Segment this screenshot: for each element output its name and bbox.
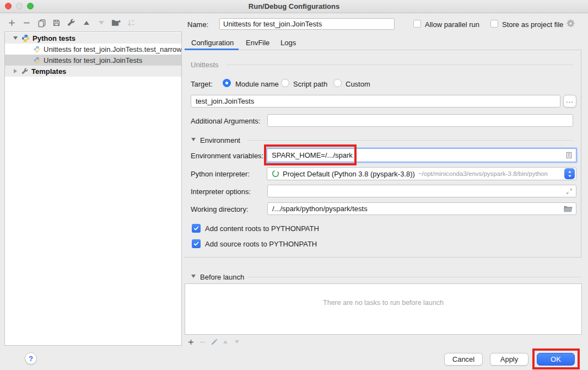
target-custom-label: Custom [346, 80, 370, 88]
target-input[interactable]: test_join.JoinTests [191, 95, 560, 108]
window-title: Run/Debug Configurations [0, 2, 588, 10]
before-launch-section-label: Before launch [200, 273, 244, 281]
environment-collapse-icon[interactable] [191, 138, 196, 141]
tree-group-templates[interactable]: Templates [5, 66, 181, 77]
help-glyph: ? [29, 355, 33, 363]
python-icon [34, 46, 41, 53]
copy-configuration-icon[interactable] [37, 18, 46, 28]
section-divider [227, 65, 573, 65]
add-content-roots-checkbox[interactable] [192, 224, 201, 233]
tree-item-test-narrow[interactable]: Unittests for test_join.JoinTests.test_n… [5, 44, 181, 55]
working-directory-label: Working directory: [191, 205, 249, 213]
store-as-project-file-label: Store as project file [502, 20, 563, 29]
add-configuration-icon[interactable] [7, 18, 17, 28]
section-divider [247, 277, 582, 277]
interpreter-options-label: Interpreter options: [191, 187, 251, 196]
browse-target-button[interactable]: ... [563, 95, 576, 108]
collapse-arrow-icon[interactable] [13, 69, 18, 73]
add-source-roots-checkbox[interactable] [192, 239, 201, 248]
before-launch-tasks-panel[interactable] [185, 283, 582, 335]
save-configuration-icon[interactable] [52, 18, 61, 28]
allow-parallel-run-label: Allow parallel run [425, 20, 479, 29]
tree-group-label: Python tests [33, 34, 75, 42]
target-value: test_join.JoinTests [196, 97, 254, 105]
python-interpreter-icon [272, 170, 279, 178]
environment-variables-value: SPARK_HOME=/.../spark [272, 151, 353, 159]
move-task-up-icon [222, 337, 229, 346]
target-custom-radio[interactable] [333, 79, 342, 87]
tree-item-label: Unittests for test_join.JoinTests [44, 56, 142, 65]
python-icon [34, 57, 41, 64]
browse-dots: ... [566, 96, 574, 104]
tree-group-python-tests[interactable]: Python tests [5, 33, 181, 44]
remove-task-icon [198, 337, 206, 346]
working-directory-value: /.../spark/python/pyspark/tests [272, 205, 368, 213]
environment-section-label: Environment [200, 136, 240, 144]
ok-button[interactable]: OK [537, 353, 575, 366]
python-interpreter-value: Project Default (Python 3.8 (pyspark-3.8… [283, 170, 415, 178]
environment-variables-input[interactable]: SPARK_HOME=/.../spark [267, 148, 576, 162]
no-tasks-message: There are no tasks to run before launch [185, 299, 582, 307]
interpreter-stepper-icon[interactable] [564, 168, 575, 179]
interpreter-options-input[interactable] [267, 185, 576, 197]
new-folder-icon[interactable] [111, 18, 121, 28]
tasks-toolbar [187, 337, 241, 346]
python-icon [21, 34, 30, 42]
active-tab-underline [185, 49, 239, 50]
configurations-toolbar [7, 18, 136, 28]
title-bar: Run/Debug Configurations [0, 0, 588, 13]
move-down-icon [96, 18, 106, 28]
configurations-tree: Python tests Unittests for test_join.Joi… [4, 31, 182, 346]
add-source-roots-label: Add source roots to PYTHONPATH [205, 240, 317, 248]
tabs-divider [239, 50, 582, 50]
tab-configuration[interactable]: Configuration [191, 39, 234, 47]
sort-configurations-icon [126, 18, 136, 28]
python-interpreter-path-hint: ~/opt/miniconda3/envs/pyspark-3.8/bin/py… [418, 170, 548, 177]
add-task-icon[interactable] [187, 337, 195, 346]
gear-icon[interactable] [566, 19, 575, 30]
name-label: Name: [187, 20, 208, 29]
move-up-icon[interactable] [82, 18, 91, 28]
tree-group-label: Templates [31, 67, 66, 76]
additional-arguments-label: Additional Arguments: [191, 117, 260, 125]
move-task-down-icon [233, 337, 241, 346]
apply-button[interactable]: Apply [490, 353, 528, 366]
remove-configuration-icon[interactable] [22, 18, 31, 28]
name-input[interactable]: Unittests for test_join.JoinTests [219, 18, 395, 30]
tree-item-jointests-selected[interactable]: Unittests for test_join.JoinTests [5, 55, 181, 66]
store-as-project-file-checkbox[interactable] [490, 20, 498, 28]
name-value: Unittests for test_join.JoinTests [223, 20, 322, 28]
cancel-button[interactable]: Cancel [444, 353, 483, 366]
additional-arguments-input[interactable] [267, 114, 573, 127]
expand-field-icon[interactable] [566, 188, 573, 195]
target-label: Target: [191, 80, 213, 88]
tab-envfile[interactable]: EnvFile [246, 39, 269, 47]
working-directory-input[interactable]: /.../spark/python/pyspark/tests [267, 202, 576, 215]
wrench-icon [21, 68, 29, 75]
python-interpreter-label: Python interpreter: [191, 170, 250, 178]
python-interpreter-select[interactable]: Project Default (Python 3.8 (pyspark-3.8… [267, 167, 576, 180]
environment-variables-label: Environment variables: [191, 152, 263, 160]
tab-logs[interactable]: Logs [280, 39, 296, 47]
target-module-name-radio[interactable] [223, 79, 231, 87]
target-script-path-label: Script path [293, 80, 327, 88]
before-launch-collapse-icon[interactable] [191, 275, 196, 278]
edit-task-icon [210, 337, 218, 346]
tree-item-label: Unittests for test_join.JoinTests.test_n… [44, 45, 181, 53]
unittests-section-label: Unittests [191, 61, 219, 69]
edit-templates-icon[interactable] [67, 18, 76, 28]
section-divider [247, 140, 573, 141]
help-button[interactable]: ? [25, 352, 37, 364]
add-content-roots-label: Add content roots to PYTHONPATH [205, 224, 319, 233]
allow-parallel-run-checkbox[interactable] [413, 20, 421, 28]
expand-arrow-icon[interactable] [13, 36, 18, 40]
target-module-name-label: Module name [235, 80, 279, 88]
browse-variables-icon[interactable] [565, 152, 573, 159]
folder-icon[interactable] [564, 206, 573, 212]
target-script-path-radio[interactable] [281, 79, 289, 87]
